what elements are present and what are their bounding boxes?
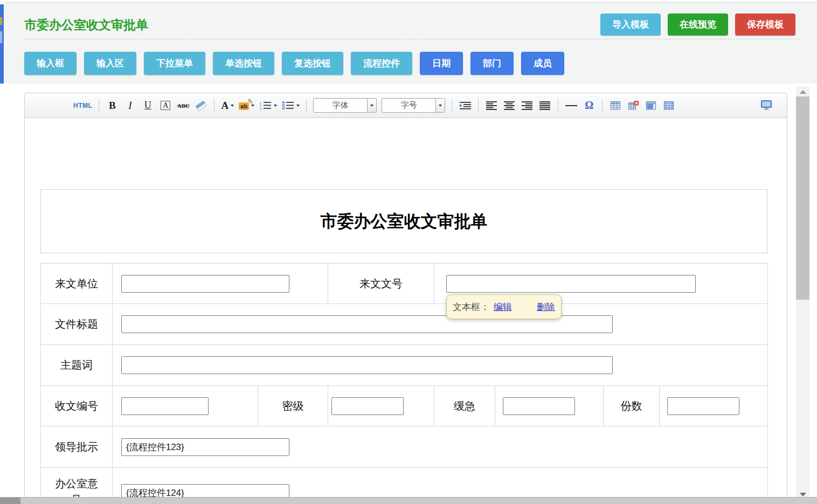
table-row: 来文单位 来文文号: [41, 264, 768, 304]
widget-process-control-button[interactable]: 流程控件: [351, 52, 412, 75]
chevron-down-icon[interactable]: [435, 99, 445, 112]
font-size-select[interactable]: 字号: [382, 98, 445, 113]
pencil-icon: ✎: [247, 98, 253, 106]
toolbar-separator: [558, 99, 558, 113]
toolbar-separator: [478, 99, 479, 113]
align-justify-icon[interactable]: [538, 98, 551, 113]
dashed-divider: [24, 39, 800, 39]
rich-text-editor: HTML B I U A ABC A ab✎ 123 字体: [24, 93, 787, 504]
delete-link[interactable]: 删除: [537, 301, 555, 313]
vertical-scrollbar[interactable]: [796, 86, 809, 504]
chevron-down-icon: [274, 105, 277, 107]
editor-toolbar: HTML B I U A ABC A ab✎ 123 字体: [25, 93, 787, 118]
align-left-icon[interactable]: [485, 98, 498, 113]
font-color-icon[interactable]: A: [221, 98, 234, 113]
page-title: 市委办公室收文审批单: [24, 17, 148, 33]
table-cell-icon[interactable]: [645, 98, 657, 113]
scrollbar-thumb[interactable]: [796, 96, 809, 300]
online-preview-button[interactable]: 在线预览: [668, 13, 728, 36]
field-label-receipt-number: 收文编号: [41, 386, 113, 426]
chevron-down-icon: [296, 105, 300, 107]
widget-button-row: 输入框 输入区 下拉菜单 单选按钮 复选按钮 流程控件 日期 部门 成员: [24, 52, 564, 75]
table-row: 文件标题: [41, 304, 768, 345]
field-label-incoming-unit: 来文单位: [41, 264, 113, 304]
widget-dropdown-button[interactable]: 下拉菜单: [144, 52, 205, 75]
subject-words-input[interactable]: [121, 356, 613, 374]
background-icon-fragment: [0, 31, 2, 43]
toolbar-separator: [99, 99, 99, 113]
table-row: 主题词: [41, 345, 768, 386]
window-bottom-edge: [0, 497, 817, 504]
field-label-leader-instructions: 领导批示: [41, 426, 113, 468]
header-panel: 市委办公室收文审批单 导入模板 在线预览 保存模板 输入框 输入区 下拉菜单 单…: [4, 2, 817, 84]
field-label-secrecy-level: 密级: [258, 386, 328, 426]
table-row: 领导批示: [41, 426, 768, 468]
ordered-list-icon[interactable]: 123: [259, 98, 277, 113]
chevron-down-icon: [231, 105, 234, 107]
widget-input-box-button[interactable]: 输入框: [24, 52, 77, 75]
edit-link[interactable]: 编辑: [494, 301, 512, 313]
header-actions: 导入模板 在线预览 保存模板: [600, 13, 795, 36]
document-title-box: 市委办公室收文审批单: [40, 189, 767, 253]
widget-checkbox-button[interactable]: 复选按钮: [282, 52, 343, 75]
toolbar-separator: [306, 99, 307, 113]
widget-member-button[interactable]: 成员: [521, 52, 564, 75]
incoming-doc-number-input[interactable]: [446, 275, 696, 293]
app-window: 市委办公室收文审批单 导入模板 在线预览 保存模板 输入框 输入区 下拉菜单 单…: [0, 0, 817, 504]
window-bottom-corner: [0, 498, 20, 504]
document-title: 市委办公室收文审批单: [321, 210, 488, 233]
eraser-icon[interactable]: [195, 98, 207, 113]
widget-date-button[interactable]: 日期: [420, 52, 463, 75]
insert-table-icon[interactable]: [609, 98, 622, 113]
horizontal-rule-icon[interactable]: [565, 98, 578, 113]
italic-icon[interactable]: I: [123, 98, 136, 113]
unordered-list-icon[interactable]: [282, 98, 300, 113]
field-label-urgency: 缓急: [434, 386, 495, 426]
urgency-input[interactable]: [503, 397, 575, 415]
font-family-select[interactable]: 字体: [313, 98, 377, 113]
leader-instructions-input[interactable]: [121, 438, 289, 456]
table-cells-icon[interactable]: [662, 98, 675, 113]
table-row: 收文编号 密级 缓急 份数: [41, 386, 768, 426]
form-table: 来文单位 来文文号 文件标题 主题词: [40, 263, 768, 504]
strikethrough-icon[interactable]: ABC: [177, 98, 190, 113]
widget-textarea-button[interactable]: 输入区: [84, 52, 136, 75]
indent-icon[interactable]: [459, 98, 472, 113]
char-border-icon[interactable]: A: [159, 98, 172, 113]
field-label-incoming-doc-number: 来文文号: [328, 264, 434, 304]
highlight-color-icon[interactable]: ab✎: [239, 98, 254, 113]
import-template-button[interactable]: 导入模板: [600, 13, 661, 36]
save-template-button[interactable]: 保存模板: [735, 13, 795, 36]
toolbar-separator: [452, 99, 452, 113]
field-label-copies-count: 份数: [604, 386, 660, 426]
copies-count-input[interactable]: [667, 397, 739, 415]
toolbar-separator: [214, 99, 214, 113]
align-right-icon[interactable]: [521, 98, 534, 113]
receipt-number-input[interactable]: [121, 397, 209, 415]
secrecy-level-input[interactable]: [331, 397, 404, 415]
bold-icon[interactable]: B: [106, 98, 119, 113]
toolbar-separator: [602, 99, 603, 113]
delete-table-icon[interactable]: [627, 98, 640, 113]
textbox-widget-tooltip: 文本框： 编辑 删除: [446, 294, 562, 319]
field-label-subject-words: 主题词: [41, 345, 113, 386]
field-label-document-title: 文件标题: [41, 304, 113, 345]
scroll-up-arrow-icon[interactable]: [796, 87, 809, 96]
align-center-icon[interactable]: [503, 98, 516, 113]
special-char-icon[interactable]: Ω: [583, 98, 596, 113]
svg-text:3: 3: [260, 107, 261, 111]
html-source-icon[interactable]: HTML: [73, 98, 92, 113]
widget-department-button[interactable]: 部门: [470, 52, 514, 75]
incoming-unit-input[interactable]: [121, 275, 289, 293]
chevron-down-icon[interactable]: [367, 99, 376, 112]
underline-icon[interactable]: U: [141, 98, 154, 113]
tooltip-title: 文本框：: [453, 301, 489, 313]
fullscreen-icon[interactable]: [760, 98, 773, 113]
widget-radio-button[interactable]: 单选按钮: [213, 52, 274, 75]
background-window-sliver: [0, 4, 4, 84]
background-icon-fragment: [0, 17, 2, 25]
